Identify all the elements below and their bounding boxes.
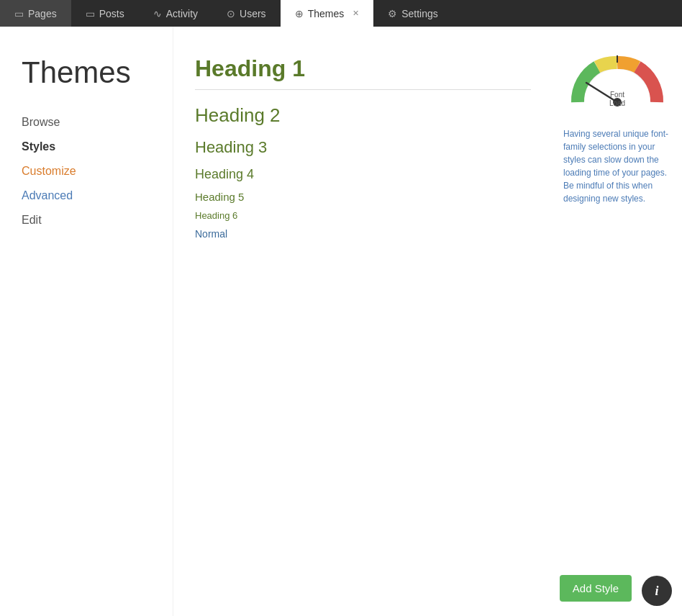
font-load-gauge: Font Load (570, 48, 664, 113)
normal-preview: Normal (195, 228, 531, 240)
sidebar-item-edit[interactable]: Edit (22, 209, 151, 231)
nav-activity[interactable]: ∿ Activity (139, 0, 212, 27)
sidebar-item-styles[interactable]: Styles (22, 136, 151, 158)
settings-icon: ⚙ (388, 8, 397, 19)
activity-icon: ∿ (153, 8, 162, 19)
nav-posts[interactable]: ▭ Posts (71, 0, 139, 27)
sidebar-item-advanced[interactable]: Advanced (22, 185, 151, 207)
posts-icon: ▭ (86, 8, 95, 19)
heading-6-preview: Heading 6 (195, 210, 531, 221)
themes-close-icon[interactable]: ✕ (353, 9, 359, 18)
heading-preview: Heading 1 Heading 2 Heading 3 Heading 4 … (195, 55, 531, 254)
sidebar: Themes Browse Styles Customize Advanced … (0, 27, 173, 616)
right-panel: Font Load Having several unique font-fam… (553, 27, 682, 616)
nav-users-label: Users (240, 8, 266, 19)
sidebar-title: Themes (22, 55, 151, 90)
font-load-description: Having several unique font-family select… (563, 127, 671, 205)
themes-icon: ⊕ (295, 8, 304, 19)
info-button[interactable]: i (642, 576, 672, 606)
heading-3-preview: Heading 3 (195, 138, 531, 157)
heading-1-preview: Heading 1 (195, 55, 531, 90)
main-content: Themes Browse Styles Customize Advanced … (0, 27, 682, 616)
svg-text:Load: Load (609, 99, 625, 107)
gauge-container: Font Load (567, 48, 668, 113)
nav-themes-label: Themes (308, 8, 345, 19)
nav-themes[interactable]: ⊕ Themes ✕ (281, 0, 374, 27)
add-style-button[interactable]: Add Style (560, 575, 632, 602)
nav-users[interactable]: ⊙ Users (212, 0, 281, 27)
heading-2-preview: Heading 2 (195, 104, 531, 127)
pages-icon: ▭ (14, 8, 24, 19)
nav-pages-label: Pages (28, 8, 57, 19)
content-area: Heading 1 Heading 2 Heading 3 Heading 4 … (173, 27, 553, 616)
nav-activity-label: Activity (166, 8, 198, 19)
nav-settings[interactable]: ⚙ Settings (373, 0, 453, 27)
nav-posts-label: Posts (99, 8, 124, 19)
nav-pages[interactable]: ▭ Pages (0, 0, 71, 27)
users-icon: ⊙ (227, 8, 235, 19)
sidebar-nav: Browse Styles Customize Advanced Edit (22, 112, 151, 231)
sidebar-item-browse[interactable]: Browse (22, 112, 151, 133)
topbar: ▭ Pages ▭ Posts ∿ Activity ⊙ Users ⊕ The… (0, 0, 682, 27)
heading-4-preview: Heading 4 (195, 167, 531, 182)
nav-settings-label: Settings (401, 8, 438, 19)
sidebar-item-customize[interactable]: Customize (22, 160, 151, 182)
svg-text:Font: Font (610, 91, 624, 99)
heading-5-preview: Heading 5 (195, 191, 531, 203)
